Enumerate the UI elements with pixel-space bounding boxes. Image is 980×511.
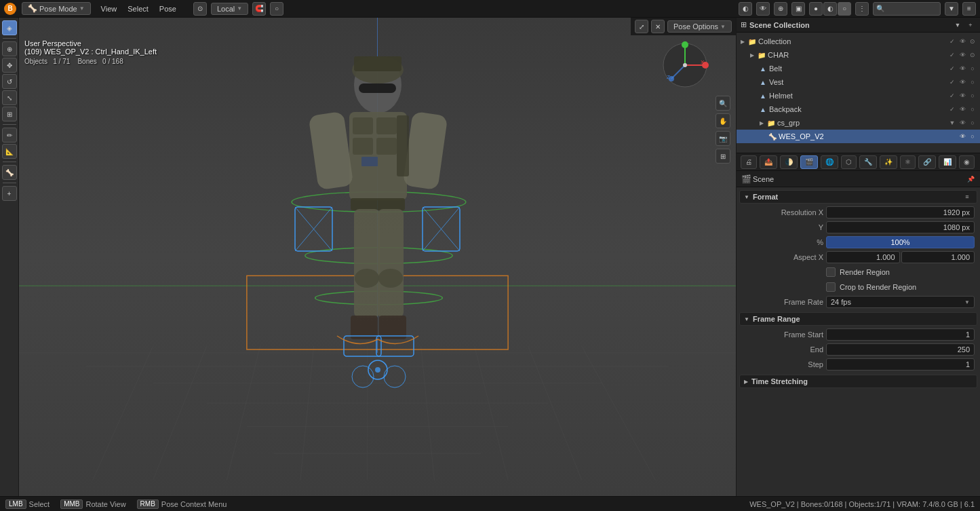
overlay-btn[interactable]: ⊕ bbox=[774, 2, 787, 16]
aspect-x-value[interactable]: 1.000 bbox=[826, 251, 900, 263]
camera-btn[interactable]: 📷 bbox=[716, 131, 730, 146]
viewport-maximize-btn[interactable]: ⤢ bbox=[635, 20, 648, 33]
transform-space-dropdown[interactable]: Local ▼ bbox=[211, 3, 248, 15]
helmet-check[interactable]: ✓ bbox=[947, 91, 957, 100]
snap-btn[interactable]: 🧲 bbox=[252, 2, 266, 16]
resolution-pct-value[interactable]: 100% bbox=[826, 236, 975, 248]
props-pin-btn[interactable]: 📌 bbox=[965, 174, 976, 185]
measure-tool-btn[interactable]: 📐 bbox=[2, 144, 17, 159]
viewport-settings-btn[interactable]: ⋮ bbox=[855, 2, 869, 16]
menu-view[interactable]: View bbox=[96, 3, 122, 14]
right-panel-header-search[interactable]: 🔍 bbox=[873, 2, 941, 16]
char-viewport-icon[interactable]: ⊙ bbox=[968, 50, 977, 60]
props-tab-physics[interactable]: ⚛ bbox=[900, 155, 916, 169]
sort-btn[interactable]: ≡ bbox=[962, 2, 976, 16]
more-tools-btn[interactable]: + bbox=[2, 186, 17, 201]
belt-render[interactable]: ○ bbox=[968, 64, 977, 73]
scale-tool-btn[interactable]: ⤡ bbox=[2, 90, 17, 105]
helmet-render[interactable]: ○ bbox=[968, 91, 977, 100]
wes-render[interactable]: ○ bbox=[968, 132, 977, 141]
render-region-checkbox[interactable] bbox=[826, 267, 836, 277]
viewport-icon[interactable]: ⊙ bbox=[968, 37, 977, 46]
time-stretching-header[interactable]: ▶ Time Stretching bbox=[739, 375, 977, 388]
vest-eye[interactable]: 👁 bbox=[958, 77, 967, 87]
svg-rect-42 bbox=[308, 111, 353, 189]
props-tab-scene[interactable]: 🎬 bbox=[800, 155, 818, 169]
props-tab-world[interactable]: 🌐 bbox=[821, 155, 838, 169]
helmet-eye[interactable]: 👁 bbox=[958, 91, 967, 100]
char-check-icon[interactable]: ✓ bbox=[947, 50, 957, 60]
pose-options-btn[interactable]: Pose Options ▼ bbox=[667, 20, 732, 33]
tree-item-belt[interactable]: ▲ Belt ✓ 👁 ○ bbox=[737, 62, 980, 75]
tree-item-backpack[interactable]: ▲ Backpack ✓ 👁 ○ bbox=[737, 102, 980, 116]
props-tab-render[interactable]: 🖨 bbox=[741, 155, 757, 169]
frame-start-value[interactable]: 1 bbox=[826, 328, 975, 341]
menu-pose[interactable]: Pose bbox=[155, 3, 181, 14]
viewport-3d[interactable]: User Perspective (109) WES_OP_V2 : Ctrl_… bbox=[19, 18, 736, 496]
navigation-gizmo[interactable]: X Y Z bbox=[661, 41, 709, 89]
pose-mode-dropdown[interactable]: 🦴 Pose Mode ▼ bbox=[22, 2, 91, 15]
tree-item-wes-op-v2[interactable]: 🦴 WES_OP_V2 👁 ○ bbox=[737, 130, 980, 143]
render-btn[interactable]: ◐ bbox=[739, 2, 752, 16]
relax-pose-btn[interactable]: 🦴 bbox=[2, 165, 17, 180]
collection-add-btn[interactable]: + bbox=[965, 20, 976, 31]
eye-icon[interactable]: 👁 bbox=[958, 37, 967, 46]
viewport-display-btn[interactable]: 👁 bbox=[756, 2, 770, 16]
grid-btn[interactable]: ⊞ bbox=[716, 149, 730, 164]
cursor-tool-btn[interactable]: ⊕ bbox=[2, 41, 17, 56]
frame-rate-dropdown[interactable]: 24 fps ▼ bbox=[826, 296, 975, 308]
viewport-close-btn[interactable]: ✕ bbox=[651, 20, 665, 33]
annotate-tool-btn[interactable]: ✏ bbox=[2, 128, 17, 143]
props-tab-particles[interactable]: ✨ bbox=[880, 155, 897, 169]
format-list-btn[interactable]: ≡ bbox=[962, 191, 973, 202]
vest-render[interactable]: ○ bbox=[968, 77, 977, 87]
props-tab-view-layer[interactable]: 🌓 bbox=[780, 155, 798, 169]
resolution-y-value[interactable]: 1080 px bbox=[826, 221, 975, 233]
frame-end-value[interactable]: 250 bbox=[826, 343, 975, 356]
render-preview-btn[interactable]: ○ bbox=[838, 2, 851, 16]
rotate-tool-btn[interactable]: ↺ bbox=[2, 74, 17, 89]
char-eye-icon[interactable]: 👁 bbox=[958, 50, 967, 60]
props-tab-material[interactable]: ◉ bbox=[959, 155, 975, 169]
backpack-render[interactable]: ○ bbox=[968, 105, 977, 114]
frame-step-value[interactable]: 1 bbox=[826, 358, 975, 371]
tree-item-helmet[interactable]: ▲ Helmet ✓ 👁 ○ bbox=[737, 89, 980, 102]
tree-item-vest[interactable]: ▲ Vest ✓ 👁 ○ bbox=[737, 75, 980, 89]
props-tab-data[interactable]: 📊 bbox=[939, 155, 956, 169]
filter-btn[interactable]: ▼ bbox=[945, 2, 958, 16]
menu-select[interactable]: Select bbox=[123, 3, 153, 14]
props-tab-output[interactable]: 📤 bbox=[760, 155, 777, 169]
proportional-edit-btn[interactable]: ○ bbox=[270, 2, 283, 16]
aspect-y-value[interactable]: 1.000 bbox=[901, 251, 975, 263]
csgrp-eye[interactable]: 👁 bbox=[958, 118, 967, 128]
solid-shading-btn[interactable]: ● bbox=[809, 2, 823, 16]
hand-pan-btn[interactable]: ✋ bbox=[716, 113, 730, 128]
check-icon[interactable]: ✓ bbox=[947, 37, 957, 46]
csgrp-render[interactable]: ○ bbox=[968, 118, 977, 128]
csgrp-arrow[interactable]: ▼ bbox=[947, 118, 957, 128]
props-tab-modifier[interactable]: 🔧 bbox=[859, 155, 877, 169]
crop-region-checkbox[interactable] bbox=[826, 282, 836, 292]
tree-item-collection[interactable]: ▶ 📁 Collection ✓ 👁 ⊙ bbox=[737, 35, 980, 48]
belt-eye[interactable]: 👁 bbox=[958, 64, 967, 73]
collection-filter-btn[interactable]: ▼ bbox=[952, 20, 963, 31]
resolution-x-value[interactable]: 1920 px bbox=[826, 206, 975, 219]
material-preview-btn[interactable]: ◐ bbox=[823, 2, 837, 16]
backpack-check[interactable]: ✓ bbox=[947, 105, 957, 114]
transform-pivot-btn[interactable]: ⊙ bbox=[193, 2, 207, 16]
xray-btn[interactable]: ▣ bbox=[791, 2, 805, 16]
wes-eye[interactable]: 👁 bbox=[958, 132, 967, 141]
format-section-header[interactable]: ▼ Format ≡ bbox=[739, 190, 977, 204]
props-tab-object[interactable]: ⬡ bbox=[841, 155, 857, 169]
backpack-eye[interactable]: 👁 bbox=[958, 105, 967, 114]
zoom-in-btn[interactable]: 🔍 bbox=[716, 96, 730, 111]
vest-check[interactable]: ✓ bbox=[947, 77, 957, 87]
select-tool-btn[interactable]: ◈ bbox=[2, 20, 17, 35]
frame-range-header[interactable]: ▼ Frame Range bbox=[739, 312, 977, 326]
tree-item-csgrp[interactable]: ▶ 📁 cs_grp ▼ 👁 ○ bbox=[737, 116, 980, 130]
move-tool-btn[interactable]: ✥ bbox=[2, 58, 17, 73]
belt-check[interactable]: ✓ bbox=[947, 64, 957, 73]
props-tab-constraint[interactable]: 🔗 bbox=[918, 155, 936, 169]
transform-tool-btn[interactable]: ⊞ bbox=[2, 107, 17, 121]
tree-item-char[interactable]: ▶ 📁 CHAR ✓ 👁 ⊙ bbox=[737, 48, 980, 62]
